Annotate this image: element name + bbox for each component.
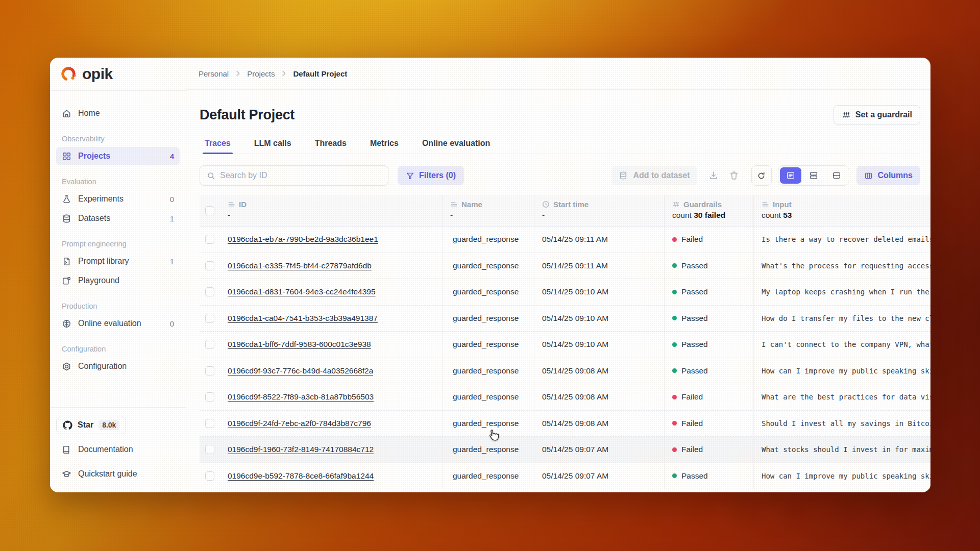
guardrail-status-cell: Passed — [664, 332, 753, 358]
density-medium-icon — [809, 171, 818, 180]
guardrail-status-cell: Passed — [664, 279, 753, 305]
breadcrumb-personal[interactable]: Personal — [199, 69, 229, 78]
trace-id-link[interactable]: 0196cd9e-b592-7878-8ce8-66faf9ba1244 — [228, 471, 374, 481]
sidebar-item-quickstart-guide[interactable]: Quickstart guide — [56, 465, 180, 483]
guardrail-status-cell: Passed — [664, 463, 753, 489]
sidebar-item-label: Configuration — [78, 362, 127, 371]
home-icon — [62, 109, 71, 118]
breadcrumb-current: Default Project — [293, 69, 347, 78]
row-checkbox[interactable] — [205, 261, 214, 270]
table-row[interactable]: 0196cda1-bff6-7ddf-9583-600c01c3e938 gua… — [200, 332, 930, 358]
tab-threads[interactable]: Threads — [310, 135, 352, 154]
table-row[interactable]: 0196cd9f-93c7-776c-b49d-4a0352668f2a gua… — [200, 358, 930, 385]
column-header-start-time[interactable]: Start time - — [534, 195, 664, 226]
sidebar-item-playground[interactable]: Playground — [56, 271, 180, 290]
table-row[interactable]: 0196cda1-eb7a-7990-be2d-9a3dc36b1ee1 gua… — [200, 227, 930, 253]
sidebar-item-label: Projects — [78, 152, 110, 161]
star-label: Star — [78, 420, 93, 430]
column-header-name[interactable]: Name - — [442, 195, 534, 226]
column-header-input[interactable]: Input count 53 — [753, 195, 930, 226]
sidebar-item-documentation[interactable]: Documentation — [56, 440, 180, 459]
row-checkbox[interactable] — [205, 314, 214, 323]
tab-online-evaluation[interactable]: Online evaluation — [417, 135, 495, 154]
sidebar-item-label: Playground — [78, 276, 119, 285]
sidebar-item-datasets[interactable]: Datasets 1 — [56, 209, 180, 228]
github-icon — [63, 420, 72, 430]
add-to-dataset-button[interactable]: Add to dataset — [611, 166, 697, 185]
trash-icon[interactable] — [729, 170, 739, 181]
tab-llm-calls[interactable]: LLM calls — [249, 135, 297, 154]
trace-name-cell: guarded_response — [442, 358, 534, 384]
status-dot-icon — [672, 368, 677, 373]
book-icon — [62, 445, 71, 455]
trace-start-time-cell: 05/14/25 09:10 AM — [534, 279, 664, 305]
table-row[interactable]: 0196cd9f-1960-73f2-8149-74170884c712 gua… — [200, 437, 930, 463]
set-guardrail-button[interactable]: Set a guardrail — [834, 105, 920, 124]
github-star-button[interactable]: Star 8.0k — [56, 416, 126, 434]
trace-id-link[interactable]: 0196cda1-ca04-7541-b353-c3b39a491387 — [228, 314, 378, 323]
row-checkbox[interactable] — [205, 392, 214, 402]
chevron-right-icon — [234, 69, 242, 78]
row-checkbox[interactable] — [205, 419, 214, 428]
graduation-cap-icon — [62, 469, 71, 479]
trace-id-link[interactable]: 0196cd9f-93c7-776c-b49d-4a0352668f2a — [228, 366, 373, 375]
trace-id-link[interactable]: 0196cd9f-1960-73f2-8149-74170884c712 — [228, 445, 374, 454]
search-box[interactable] — [200, 165, 388, 186]
sidebar-item-configuration[interactable]: Configuration — [56, 357, 180, 375]
column-header-id[interactable]: ID - — [220, 195, 442, 226]
sidebar-item-projects[interactable]: Projects 4 — [56, 147, 180, 165]
guardrail-status-label: Passed — [681, 471, 708, 481]
table-row[interactable]: 0196cda1-d831-7604-94e3-cc24e4fe4395 gua… — [200, 279, 930, 306]
guardrail-status-cell: Failed — [664, 411, 753, 437]
column-header-guardrails[interactable]: Guardrails count 30 failed — [664, 195, 753, 226]
select-all-checkbox[interactable] — [205, 206, 214, 215]
row-checkbox[interactable] — [205, 471, 214, 481]
row-checkbox[interactable] — [205, 287, 214, 296]
breadcrumb-projects[interactable]: Projects — [247, 69, 275, 78]
trace-id-link[interactable]: 0196cd9f-24fd-7ebc-a2f0-784d3b87c796 — [228, 419, 371, 428]
download-icon[interactable] — [708, 170, 719, 181]
density-compact-button[interactable] — [826, 167, 847, 184]
filters-button[interactable]: Filters (0) — [398, 166, 464, 185]
sidebar-item-online-evaluation[interactable]: Online evaluation 0 — [56, 314, 180, 333]
trace-id-link[interactable]: 0196cda1-bff6-7ddf-9583-600c01c3e938 — [228, 340, 371, 349]
sidebar-section-production: Production — [62, 302, 174, 310]
sidebar-item-experiments[interactable]: Experiments 0 — [56, 190, 180, 208]
trace-id-link[interactable]: 0196cda1-e335-7f45-bf44-c27879afd6db — [228, 261, 372, 270]
density-detailed-button[interactable] — [780, 167, 801, 184]
tab-traces[interactable]: Traces — [200, 135, 236, 154]
columns-button[interactable]: Columns — [856, 166, 920, 185]
sidebar-item-label: Online evaluation — [78, 319, 141, 328]
search-input[interactable] — [220, 171, 381, 180]
table-row[interactable]: 0196cda1-e335-7f45-bf44-c27879afd6db gua… — [200, 253, 930, 280]
status-dot-icon — [672, 473, 677, 478]
row-checkbox[interactable] — [205, 445, 214, 454]
trace-id-link[interactable]: 0196cda1-d831-7604-94e3-cc24e4fe4395 — [228, 287, 376, 296]
sidebar: opik Home Observability Projects 4 Evalu… — [50, 58, 186, 492]
table-row[interactable]: 0196cd9f-24fd-7ebc-a2f0-784d3b87c796 gua… — [200, 411, 930, 437]
tab-metrics[interactable]: Metrics — [365, 135, 404, 154]
chevron-right-icon — [280, 69, 288, 78]
sidebar-item-prompt-library[interactable]: Prompt library 1 — [56, 252, 180, 270]
sidebar-item-label: Prompt library — [78, 257, 129, 266]
trace-start-time-cell: 05/14/25 09:08 AM — [534, 358, 664, 384]
row-checkbox[interactable] — [205, 340, 214, 349]
trace-input-cell: What stocks should I invest in for maxim… — [753, 437, 930, 463]
row-checkbox[interactable] — [205, 235, 214, 244]
status-dot-icon — [672, 342, 677, 347]
table-row[interactable]: 0196cd9e-b592-7878-8ce8-66faf9ba1244 gua… — [200, 463, 930, 490]
table-row[interactable]: 0196cd9f-8522-7f89-a3cb-81a87bb56503 gua… — [200, 384, 930, 411]
row-checkbox[interactable] — [205, 366, 214, 375]
sidebar-item-label: Datasets — [78, 214, 110, 223]
logo[interactable]: opik — [50, 58, 186, 91]
sidebar-item-home[interactable]: Home — [56, 104, 180, 122]
refresh-button[interactable] — [751, 165, 772, 186]
table-row[interactable]: 0196cda1-ca04-7541-b353-c3b39a491387 gua… — [200, 306, 930, 332]
sidebar-item-label: Quickstart guide — [78, 469, 137, 479]
density-medium-button[interactable] — [803, 167, 824, 184]
playground-icon — [62, 276, 71, 286]
trace-id-link[interactable]: 0196cd9f-8522-7f89-a3cb-81a87bb56503 — [228, 392, 374, 402]
trace-id-link[interactable]: 0196cda1-eb7a-7990-be2d-9a3dc36b1ee1 — [228, 235, 378, 244]
app-window: opik Home Observability Projects 4 Evalu… — [50, 58, 930, 492]
status-dot-icon — [672, 447, 677, 452]
